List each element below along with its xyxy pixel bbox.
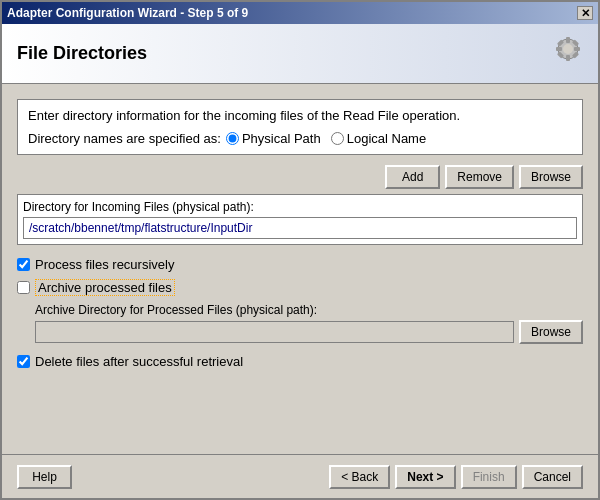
- delete-checkbox[interactable]: [17, 355, 30, 368]
- directory-buttons-row: Add Remove Browse: [17, 165, 583, 189]
- svg-rect-2: [566, 37, 570, 43]
- physical-path-radio[interactable]: [226, 132, 239, 145]
- close-button[interactable]: ✕: [577, 6, 593, 20]
- add-button[interactable]: Add: [385, 165, 440, 189]
- description-text: Enter directory information for the inco…: [28, 108, 572, 123]
- archive-path-input[interactable]: [35, 321, 514, 343]
- archive-section: Archive Directory for Processed Files (p…: [35, 303, 583, 344]
- page-title: File Directories: [17, 43, 147, 64]
- process-recursive-checkbox[interactable]: [17, 258, 30, 271]
- next-button[interactable]: Next >: [395, 465, 455, 489]
- title-bar-text: Adapter Configuration Wizard - Step 5 of…: [7, 6, 248, 20]
- physical-path-label: Physical Path: [242, 131, 321, 146]
- archive-label: Archive processed files: [35, 280, 175, 295]
- radio-group-label: Directory names are specified as:: [28, 131, 221, 146]
- archive-checkbox[interactable]: [17, 281, 30, 294]
- gear-icon: [533, 29, 583, 79]
- svg-rect-3: [566, 55, 570, 61]
- logical-name-label: Logical Name: [347, 131, 427, 146]
- directory-field-group: Directory for Incoming Files (physical p…: [17, 194, 583, 245]
- delete-label: Delete files after successful retrieval: [35, 354, 243, 369]
- archive-row: Archive processed files: [17, 280, 583, 295]
- physical-path-option[interactable]: Physical Path: [226, 131, 321, 146]
- browse-button[interactable]: Browse: [519, 165, 583, 189]
- archive-section-label: Archive Directory for Processed Files (p…: [35, 303, 583, 317]
- footer: Help < Back Next > Finish Cancel: [2, 454, 598, 498]
- finish-button[interactable]: Finish: [461, 465, 517, 489]
- delete-row: Delete files after successful retrieval: [17, 354, 583, 369]
- svg-rect-4: [556, 47, 562, 51]
- svg-rect-5: [574, 47, 580, 51]
- process-recursive-row: Process files recursively: [17, 257, 583, 272]
- svg-point-1: [563, 44, 573, 54]
- content-area: Enter directory information for the inco…: [2, 84, 598, 454]
- back-button[interactable]: < Back: [329, 465, 390, 489]
- help-button[interactable]: Help: [17, 465, 72, 489]
- logical-name-radio[interactable]: [331, 132, 344, 145]
- header-area: File Directories: [2, 24, 598, 84]
- archive-label-text: Archive processed files: [35, 279, 175, 296]
- title-bar: Adapter Configuration Wizard - Step 5 of…: [2, 2, 598, 24]
- archive-browse-button[interactable]: Browse: [519, 320, 583, 344]
- remove-button[interactable]: Remove: [445, 165, 514, 189]
- info-box: Enter directory information for the inco…: [17, 99, 583, 155]
- archive-input-row: Browse: [35, 320, 583, 344]
- process-recursive-label: Process files recursively: [35, 257, 174, 272]
- cancel-button[interactable]: Cancel: [522, 465, 583, 489]
- logical-name-option[interactable]: Logical Name: [331, 131, 427, 146]
- directory-label: Directory for Incoming Files (physical p…: [23, 200, 577, 214]
- directory-path-display: /scratch/bbennet/tmp/flatstructure/Input…: [23, 217, 577, 239]
- wizard-window: Adapter Configuration Wizard - Step 5 of…: [0, 0, 600, 500]
- footer-right: < Back Next > Finish Cancel: [329, 465, 583, 489]
